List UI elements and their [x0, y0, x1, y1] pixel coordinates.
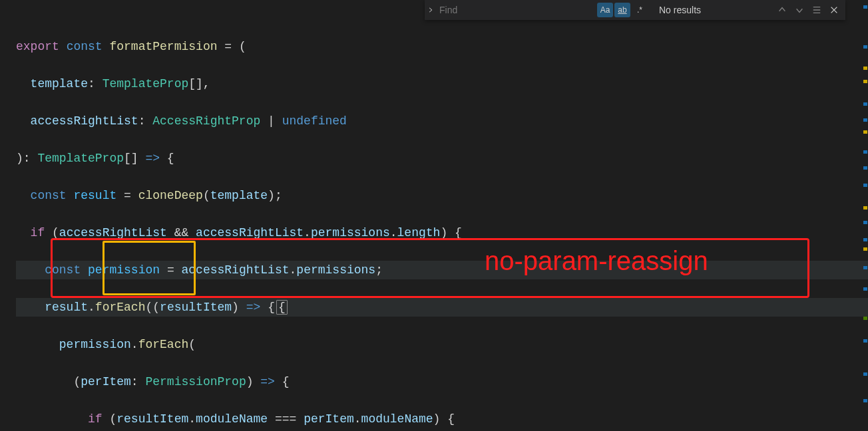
token: :	[138, 114, 153, 128]
token: []	[124, 152, 145, 165]
overview-ruler[interactable]	[861, 0, 868, 431]
find-nav	[773, 1, 845, 19]
token: formatPermision	[109, 40, 217, 53]
token: const	[31, 189, 67, 202]
token: if	[88, 412, 103, 426]
code-editor[interactable]: export const formatPermision = ( templat…	[0, 0, 868, 431]
token: );	[268, 189, 282, 202]
find-input[interactable]	[437, 0, 596, 20]
token: perItem	[304, 412, 354, 426]
find-in-selection-button[interactable]	[808, 1, 825, 19]
token: {	[260, 301, 275, 314]
token: ) {	[440, 226, 461, 239]
token: {	[275, 375, 290, 388]
token: resultItem	[160, 301, 232, 314]
token: moduleName	[196, 412, 268, 426]
token: =>	[246, 301, 261, 314]
token: (	[45, 226, 59, 239]
token: accessRightList	[31, 114, 138, 128]
token: AccessRightProp	[152, 114, 260, 128]
token: TemplateProp	[37, 152, 124, 165]
token: cloneDeep	[138, 189, 203, 202]
token: (	[188, 338, 196, 351]
token: permissions	[296, 263, 375, 277]
find-toggles: Aa ab .*	[596, 3, 648, 17]
token: :	[88, 77, 103, 90]
token: accessRightList	[181, 263, 289, 277]
token: &&	[167, 226, 196, 239]
token: export	[16, 40, 59, 53]
token: permissions	[311, 226, 390, 239]
token: [],	[188, 77, 210, 90]
find-results-label: No results	[659, 1, 701, 19]
token: length	[397, 226, 441, 239]
token: ;	[375, 263, 383, 277]
token: PermissionProp	[145, 375, 246, 388]
token: accessRightList	[59, 226, 167, 239]
token: ===	[268, 412, 304, 426]
token: =>	[260, 375, 275, 388]
token: (	[203, 189, 210, 202]
token: permission	[59, 338, 131, 351]
token: forEach	[95, 301, 146, 314]
token: (	[73, 375, 81, 388]
token: const	[45, 263, 81, 277]
token: accessRightList	[196, 226, 304, 239]
token: if	[31, 226, 45, 239]
token: =	[160, 263, 181, 277]
token: = (	[217, 40, 246, 53]
token: template	[210, 189, 268, 202]
token: forEach	[138, 338, 189, 351]
token: =	[116, 189, 138, 202]
token: permission	[88, 263, 160, 277]
token: const	[67, 40, 103, 53]
token: result	[73, 189, 116, 202]
token: ((	[145, 301, 160, 314]
token: (	[103, 412, 117, 426]
find-close-button[interactable]	[825, 1, 843, 19]
token: =>	[145, 152, 160, 165]
token: moduleName	[361, 412, 433, 426]
token: .	[131, 338, 138, 351]
token: ):	[16, 152, 37, 165]
token: TemplateProp	[103, 77, 189, 90]
token: ) {	[433, 412, 455, 426]
token: |	[260, 114, 282, 128]
token: .	[88, 301, 95, 314]
token: perItem	[81, 375, 131, 388]
token: .	[290, 263, 297, 277]
find-next-button[interactable]	[791, 1, 808, 19]
token: )	[246, 375, 261, 388]
find-widget: Aa ab .* No results	[425, 0, 845, 20]
match-case-toggle[interactable]: Aa	[597, 3, 613, 17]
regex-toggle[interactable]: .*	[632, 3, 648, 17]
token: :	[131, 375, 146, 388]
token: .	[188, 412, 196, 426]
token: .	[390, 226, 397, 239]
token: undefined	[282, 114, 347, 128]
token: .	[354, 412, 361, 426]
find-prev-button[interactable]	[773, 1, 791, 19]
token: resultItem	[116, 412, 188, 426]
find-expand-toggle[interactable]	[425, 0, 437, 20]
token: template	[31, 77, 88, 90]
token: {	[160, 152, 174, 165]
token: result	[45, 301, 88, 314]
whole-word-toggle[interactable]: ab	[614, 3, 630, 17]
token: .	[304, 226, 311, 239]
token: )	[232, 301, 246, 314]
